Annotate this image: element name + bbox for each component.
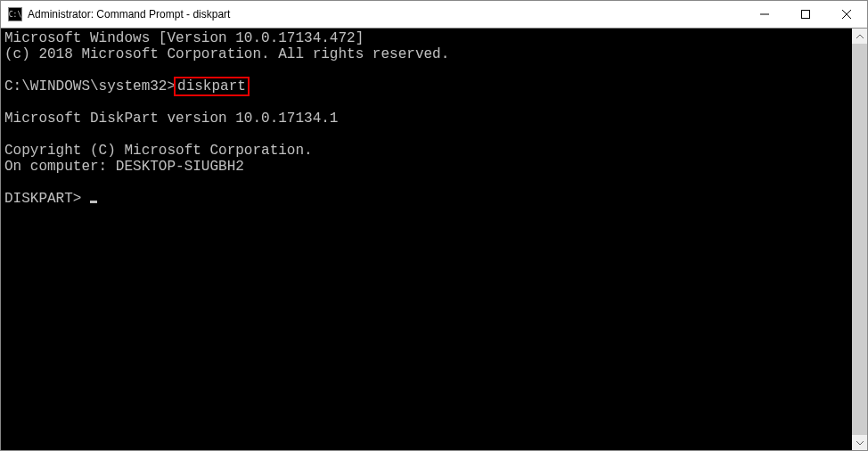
highlighted-command: diskpart [174,77,250,96]
maximize-button[interactable] [785,1,826,28]
terminal-line: Microsoft DiskPart version 10.0.17134.1 [4,111,338,127]
close-button[interactable] [826,1,867,28]
terminal-container: Microsoft Windows [Version 10.0.17134.47… [1,28,867,450]
diskpart-prompt: DISKPART> [4,191,90,207]
maximize-icon [801,10,810,19]
close-icon [842,10,851,19]
terminal[interactable]: Microsoft Windows [Version 10.0.17134.47… [1,29,852,450]
terminal-line: (c) 2018 Microsoft Corporation. All righ… [4,46,449,62]
text-cursor [90,201,97,203]
terminal-prompt: C:\WINDOWS\system32> [4,78,176,94]
chevron-up-icon [856,35,864,38]
minimize-icon [760,10,769,19]
window-title: Administrator: Command Prompt - diskpart [28,8,744,20]
titlebar[interactable]: C:\ Administrator: Command Prompt - disk… [1,1,867,28]
minimize-button[interactable] [744,1,785,28]
svg-rect-1 [802,11,810,19]
scrollbar-thumb[interactable] [852,44,867,436]
scrollbar-down-arrow[interactable] [852,435,867,450]
window-controls [744,1,867,28]
terminal-line: On computer: DESKTOP-SIUGBH2 [4,159,244,175]
scrollbar-up-arrow[interactable] [852,29,867,44]
terminal-line: Microsoft Windows [Version 10.0.17134.47… [4,30,364,46]
cmd-window: C:\ Administrator: Command Prompt - disk… [0,0,868,451]
terminal-line: Copyright (C) Microsoft Corporation. [4,143,313,159]
cmd-icon: C:\ [8,7,22,21]
chevron-down-icon [856,441,864,445]
vertical-scrollbar[interactable] [852,29,867,450]
